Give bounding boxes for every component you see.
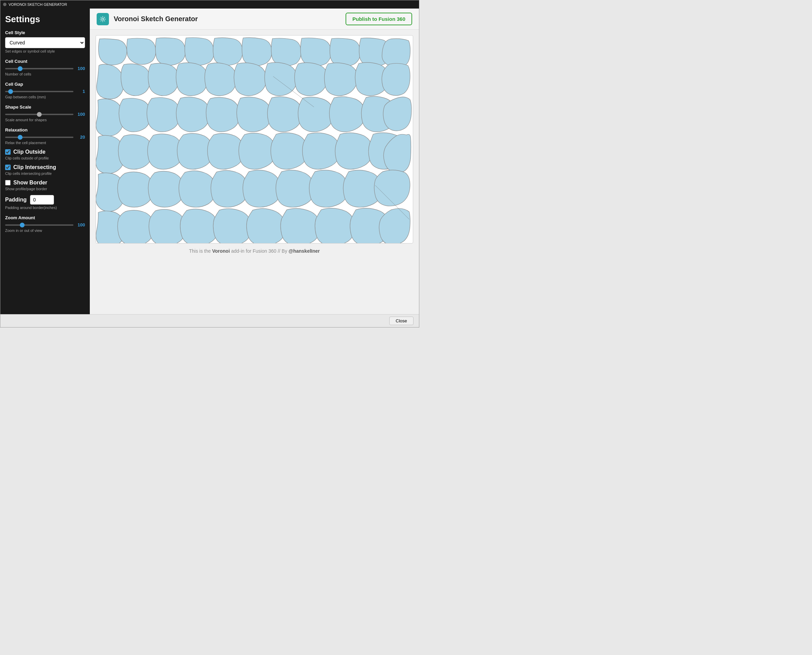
titlebar: VORONOI SKETCH GENERATOR bbox=[0, 0, 419, 9]
cell-style-label: Cell Style bbox=[5, 30, 85, 35]
clip-outside-row: Clip Outside bbox=[5, 149, 85, 155]
titlebar-dot bbox=[3, 3, 6, 6]
shape-scale-label: Shape Scale bbox=[5, 105, 85, 110]
cell-style-select[interactable]: Curved Straight Symbol bbox=[5, 37, 85, 48]
cell-count-value: 100 bbox=[75, 66, 85, 71]
clip-intersecting-label: Clip Intersecting bbox=[13, 164, 56, 171]
cell-gap-hint: Gap between cells (mm) bbox=[5, 95, 85, 99]
publish-button[interactable]: Publish to Fusion 360 bbox=[346, 12, 412, 25]
voronoi-svg: .cell { fill: #aed6e8; stroke: #888; str… bbox=[96, 35, 413, 243]
canvas-area: .cell { fill: #aed6e8; stroke: #888; str… bbox=[90, 30, 419, 314]
clip-intersecting-checkbox[interactable] bbox=[5, 165, 11, 170]
zoom-amount-slider-row: 100 bbox=[5, 222, 85, 228]
zoom-amount-slider[interactable] bbox=[5, 224, 74, 226]
top-bar: Voronoi Sketch Generator Publish to Fusi… bbox=[90, 9, 419, 30]
relaxation-label: Relaxation bbox=[5, 128, 85, 132]
shape-scale-hint: Scale amount for shapes bbox=[5, 118, 85, 122]
clip-intersecting-hint: Clip cells intersecting profile bbox=[5, 171, 85, 175]
cell-count-hint: Number of cells bbox=[5, 72, 85, 76]
voronoi-canvas: .cell { fill: #aed6e8; stroke: #888; str… bbox=[95, 35, 413, 243]
cell-count-label: Cell Count bbox=[5, 59, 85, 64]
relaxation-slider-row: 20 bbox=[5, 135, 85, 140]
bottom-bar: Close bbox=[0, 314, 419, 327]
padding-row: Padding bbox=[5, 195, 85, 204]
titlebar-title: VORONOI SKETCH GENERATOR bbox=[9, 2, 67, 6]
cell-style-hint: Set edges or symbol cell style bbox=[5, 49, 85, 53]
padding-input[interactable] bbox=[30, 195, 54, 204]
show-border-hint: Show profile/page border bbox=[5, 187, 85, 191]
cell-gap-slider-row: 1 bbox=[5, 89, 85, 94]
cell-gap-slider[interactable] bbox=[5, 91, 74, 92]
shape-scale-slider-row: 100 bbox=[5, 112, 85, 117]
relaxation-value: 20 bbox=[75, 135, 85, 140]
clip-outside-hint: Clip cells outside of profile bbox=[5, 156, 85, 160]
close-button[interactable]: Close bbox=[389, 317, 414, 325]
clip-intersecting-row: Clip Intersecting bbox=[5, 164, 85, 171]
app-title-text: Voronoi Sketch Generator bbox=[114, 15, 198, 23]
shape-scale-value: 100 bbox=[75, 112, 85, 117]
footer-brand: Voronoi bbox=[212, 248, 230, 254]
cell-count-slider[interactable] bbox=[5, 68, 74, 69]
show-border-label: Show Border bbox=[13, 180, 48, 186]
clip-outside-label: Clip Outside bbox=[13, 149, 45, 155]
footer-author: @hanskelIner bbox=[289, 248, 320, 254]
cell-gap-value: 1 bbox=[75, 89, 85, 94]
svg-point-0 bbox=[102, 18, 104, 20]
app-icon bbox=[97, 13, 109, 25]
zoom-amount-value: 100 bbox=[75, 222, 85, 228]
zoom-amount-hint: Zoom in or out of view bbox=[5, 229, 85, 232]
padding-hint: Padding around border(inches) bbox=[5, 206, 85, 210]
cell-count-slider-row: 100 bbox=[5, 66, 85, 71]
footer-text: This is the Voronoi add-in for Fusion 36… bbox=[189, 243, 320, 257]
relaxation-hint: Relax the cell placement bbox=[5, 141, 85, 145]
padding-label: Padding bbox=[5, 197, 27, 203]
sidebar-heading: Settings bbox=[5, 14, 85, 25]
sidebar: Settings Cell Style Curved Straight Symb… bbox=[0, 9, 90, 314]
relaxation-slider[interactable] bbox=[5, 137, 74, 138]
main-content: Voronoi Sketch Generator Publish to Fusi… bbox=[90, 9, 419, 314]
show-border-checkbox[interactable] bbox=[5, 180, 11, 185]
footer-mid: add-in for Fusion 360 // By bbox=[230, 248, 289, 254]
shape-scale-slider[interactable] bbox=[5, 114, 74, 115]
footer-prefix: This is the bbox=[189, 248, 212, 254]
zoom-amount-label: Zoom Amount bbox=[5, 215, 85, 220]
clip-outside-checkbox[interactable] bbox=[5, 149, 11, 155]
show-border-row: Show Border bbox=[5, 180, 85, 186]
cell-gap-label: Cell Gap bbox=[5, 81, 85, 87]
